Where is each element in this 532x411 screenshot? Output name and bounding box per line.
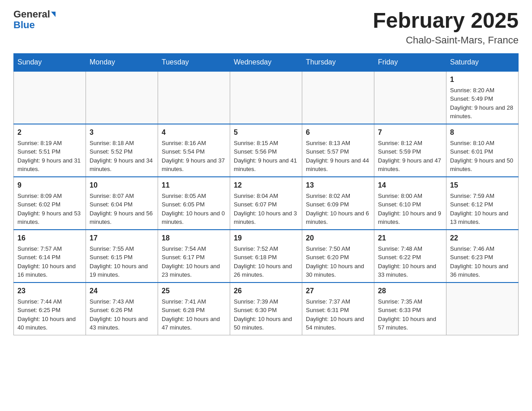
- day-info: Sunrise: 8:02 AM: [306, 192, 370, 201]
- day-number: 13: [306, 180, 370, 191]
- week-row-2: 9Sunrise: 8:09 AMSunset: 6:02 PMDaylight…: [14, 177, 519, 230]
- day-info: Daylight: 9 hours and 41 minutes.: [234, 156, 298, 174]
- calendar-cell: 28Sunrise: 7:35 AMSunset: 6:33 PMDayligh…: [374, 283, 446, 335]
- calendar-cell: 4Sunrise: 8:16 AMSunset: 5:54 PMDaylight…: [158, 124, 230, 177]
- day-info: Sunset: 5:49 PM: [450, 94, 515, 103]
- day-info: Sunset: 6:23 PM: [450, 253, 515, 262]
- day-info: Daylight: 10 hours and 3 minutes.: [234, 209, 298, 227]
- day-number: 5: [234, 127, 298, 138]
- day-number: 2: [17, 127, 82, 138]
- day-info: Sunrise: 7:57 AM: [17, 244, 82, 253]
- calendar-cell: [230, 71, 302, 124]
- day-info: Sunset: 6:07 PM: [234, 200, 298, 209]
- day-info: Daylight: 10 hours and 54 minutes.: [306, 315, 370, 332]
- weekday-header-tuesday: Tuesday: [158, 53, 230, 71]
- day-info: Sunset: 6:04 PM: [90, 200, 154, 209]
- weekday-header-friday: Friday: [374, 53, 446, 71]
- day-info: Sunset: 6:15 PM: [90, 253, 154, 262]
- day-info: Daylight: 10 hours and 16 minutes.: [17, 262, 82, 279]
- calendar-cell: [158, 71, 230, 124]
- day-number: 11: [162, 180, 226, 191]
- calendar-cell: [374, 71, 446, 124]
- day-info: Sunset: 6:01 PM: [450, 147, 515, 156]
- calendar-cell: 24Sunrise: 7:43 AMSunset: 6:26 PMDayligh…: [86, 283, 158, 335]
- day-info: Daylight: 10 hours and 30 minutes.: [306, 262, 370, 279]
- day-info: Sunrise: 7:48 AM: [378, 244, 442, 253]
- calendar-cell: 2Sunrise: 8:19 AMSunset: 5:51 PMDaylight…: [14, 124, 86, 177]
- day-number: 19: [234, 233, 298, 244]
- weekday-header-thursday: Thursday: [302, 53, 374, 71]
- day-info: Sunrise: 8:20 AM: [450, 86, 515, 95]
- location-title: Chalo-Saint-Mars, France: [373, 34, 519, 46]
- day-info: Sunrise: 8:18 AM: [90, 139, 154, 148]
- day-info: Sunrise: 8:07 AM: [90, 192, 154, 201]
- day-info: Daylight: 10 hours and 36 minutes.: [450, 262, 515, 279]
- week-row-0: 1Sunrise: 8:20 AMSunset: 5:49 PMDaylight…: [14, 71, 519, 124]
- weekday-header-saturday: Saturday: [446, 53, 519, 71]
- day-number: 20: [306, 233, 370, 244]
- day-info: Sunrise: 8:15 AM: [234, 139, 298, 148]
- week-row-3: 16Sunrise: 7:57 AMSunset: 6:14 PMDayligh…: [14, 230, 519, 283]
- day-info: Sunrise: 7:44 AM: [17, 297, 82, 306]
- calendar-cell: 21Sunrise: 7:48 AMSunset: 6:22 PMDayligh…: [374, 230, 446, 283]
- day-number: 1: [450, 74, 515, 85]
- calendar-cell: [14, 71, 86, 124]
- day-info: Daylight: 10 hours and 33 minutes.: [378, 262, 442, 279]
- weekday-header-sunday: Sunday: [14, 53, 86, 71]
- weekday-header-row: SundayMondayTuesdayWednesdayThursdayFrid…: [14, 53, 519, 71]
- calendar-cell: 15Sunrise: 7:59 AMSunset: 6:12 PMDayligh…: [446, 177, 519, 230]
- calendar-cell: 19Sunrise: 7:52 AMSunset: 6:18 PMDayligh…: [230, 230, 302, 283]
- day-info: Sunset: 5:56 PM: [234, 147, 298, 156]
- month-title: February 2025: [373, 9, 519, 33]
- day-info: Sunrise: 8:00 AM: [378, 192, 442, 201]
- day-info: Daylight: 10 hours and 57 minutes.: [378, 315, 442, 332]
- day-info: Sunrise: 7:37 AM: [306, 297, 370, 306]
- logo-text-blue: Blue: [13, 20, 35, 30]
- day-info: Sunrise: 7:41 AM: [162, 297, 226, 306]
- day-number: 3: [90, 127, 154, 138]
- day-info: Sunrise: 8:13 AM: [306, 139, 370, 148]
- day-number: 26: [234, 286, 298, 296]
- day-info: Sunrise: 7:52 AM: [234, 244, 298, 253]
- day-info: Daylight: 10 hours and 43 minutes.: [90, 315, 154, 332]
- calendar-cell: 10Sunrise: 8:07 AMSunset: 6:04 PMDayligh…: [86, 177, 158, 230]
- week-row-4: 23Sunrise: 7:44 AMSunset: 6:25 PMDayligh…: [14, 283, 519, 335]
- day-info: Sunset: 6:31 PM: [306, 306, 370, 315]
- day-info: Sunset: 6:10 PM: [378, 200, 442, 209]
- day-info: Sunset: 6:22 PM: [378, 253, 442, 262]
- title-block: February 2025 Chalo-Saint-Mars, France: [373, 9, 519, 46]
- day-info: Sunrise: 7:59 AM: [450, 192, 515, 201]
- day-info: Sunrise: 7:55 AM: [90, 244, 154, 253]
- day-number: 18: [162, 233, 226, 244]
- day-info: Daylight: 9 hours and 53 minutes.: [17, 209, 82, 227]
- weekday-header-monday: Monday: [86, 53, 158, 71]
- day-info: Sunset: 5:52 PM: [90, 147, 154, 156]
- logo-text-general: General: [13, 9, 50, 20]
- day-info: Sunset: 6:05 PM: [162, 200, 226, 209]
- day-number: 12: [234, 180, 298, 191]
- day-info: Sunset: 6:17 PM: [162, 253, 226, 262]
- day-number: 4: [162, 127, 226, 138]
- day-info: Daylight: 9 hours and 37 minutes.: [162, 156, 226, 174]
- calendar-cell: 5Sunrise: 8:15 AMSunset: 5:56 PMDaylight…: [230, 124, 302, 177]
- day-info: Sunset: 5:51 PM: [17, 147, 82, 156]
- calendar-cell: 12Sunrise: 8:04 AMSunset: 6:07 PMDayligh…: [230, 177, 302, 230]
- day-info: Sunset: 6:12 PM: [450, 200, 515, 209]
- day-info: Sunset: 6:26 PM: [90, 306, 154, 315]
- day-number: 15: [450, 180, 515, 191]
- day-info: Sunset: 6:14 PM: [17, 253, 82, 262]
- calendar-cell: 7Sunrise: 8:12 AMSunset: 5:59 PMDaylight…: [374, 124, 446, 177]
- calendar-cell: 22Sunrise: 7:46 AMSunset: 6:23 PMDayligh…: [446, 230, 519, 283]
- calendar-cell: 17Sunrise: 7:55 AMSunset: 6:15 PMDayligh…: [86, 230, 158, 283]
- day-info: Daylight: 9 hours and 28 minutes.: [450, 103, 515, 121]
- day-info: Sunrise: 7:54 AM: [162, 244, 226, 253]
- calendar-cell: 26Sunrise: 7:39 AMSunset: 6:30 PMDayligh…: [230, 283, 302, 335]
- calendar-cell: 27Sunrise: 7:37 AMSunset: 6:31 PMDayligh…: [302, 283, 374, 335]
- day-info: Sunset: 6:18 PM: [234, 253, 298, 262]
- day-info: Sunrise: 7:43 AM: [90, 297, 154, 306]
- calendar-cell: [446, 283, 519, 335]
- day-info: Daylight: 10 hours and 9 minutes.: [378, 209, 442, 227]
- day-info: Sunrise: 8:19 AM: [17, 139, 82, 148]
- day-info: Daylight: 10 hours and 0 minutes.: [162, 209, 226, 227]
- day-number: 23: [17, 286, 82, 296]
